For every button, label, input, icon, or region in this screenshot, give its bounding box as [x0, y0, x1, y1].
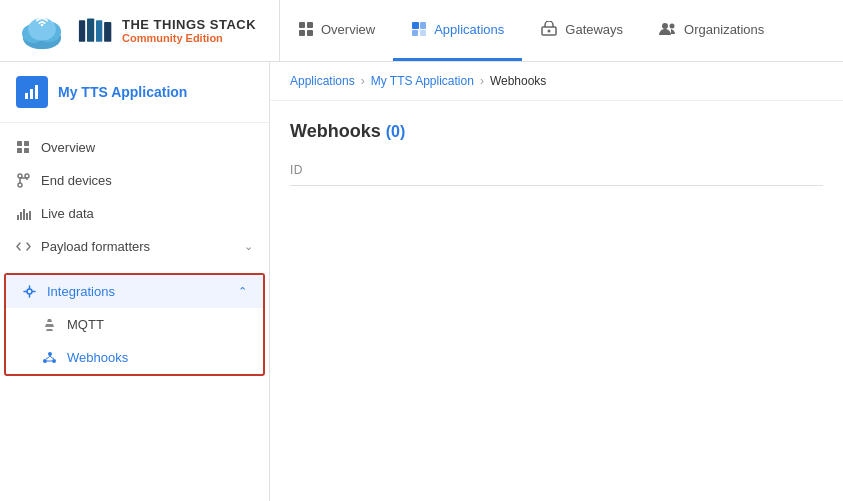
- branch-icon: [16, 173, 31, 188]
- bar-chart-icon: [23, 83, 41, 101]
- books-icon: [78, 17, 114, 45]
- content-body: Webhooks (0) ID: [270, 101, 843, 206]
- org-icon: [659, 22, 677, 36]
- app-icon-box: [16, 76, 48, 108]
- sidebar-item-overview[interactable]: Overview: [0, 131, 269, 164]
- sidebar-item-webhooks[interactable]: Webhooks: [6, 341, 263, 374]
- code-icon: [16, 239, 31, 254]
- svg-rect-8: [87, 18, 94, 41]
- sidebar: My TTS Application Overview End devices …: [0, 62, 270, 501]
- sidebar-item-payload-formatters-label: Payload formatters: [41, 239, 150, 254]
- svg-rect-36: [26, 213, 28, 220]
- nav-gateways-label: Gateways: [565, 22, 623, 37]
- nav-item-overview[interactable]: Overview: [280, 0, 393, 61]
- sidebar-item-live-data-label: Live data: [41, 206, 94, 221]
- nav-applications-label: Applications: [434, 22, 504, 37]
- svg-rect-33: [17, 215, 19, 220]
- content-title-text: Webhooks: [290, 121, 381, 141]
- sidebar-item-webhooks-label: Webhooks: [67, 350, 128, 365]
- live-data-icon: [16, 206, 31, 221]
- svg-rect-14: [307, 30, 313, 36]
- brand-area: THE THINGS STACK Community Edition: [78, 17, 256, 45]
- content-count: (0): [386, 123, 406, 140]
- svg-text:THE THINGS: THE THINGS: [23, 47, 60, 53]
- svg-rect-12: [307, 22, 313, 28]
- sidebar-item-mqtt-label: MQTT: [67, 317, 104, 332]
- top-nav: THE THINGS NETWORK THE THINGS STACK Comm…: [0, 0, 843, 62]
- content-area: Applications › My TTS Application › Webh…: [270, 62, 843, 501]
- svg-rect-11: [299, 22, 305, 28]
- app-title: My TTS Application: [58, 84, 187, 100]
- svg-point-4: [41, 23, 44, 26]
- svg-rect-26: [17, 141, 22, 146]
- breadcrumb-current: Webhooks: [490, 74, 546, 88]
- svg-rect-9: [96, 20, 102, 42]
- brand-name: THE THINGS STACK: [122, 17, 256, 32]
- overview-icon: [16, 140, 31, 155]
- svg-rect-27: [24, 141, 29, 146]
- nav-item-organizations[interactable]: Organizations: [641, 0, 782, 61]
- svg-rect-10: [104, 22, 111, 42]
- nav-item-applications[interactable]: Applications: [393, 0, 522, 61]
- gateway-icon: [540, 21, 558, 37]
- breadcrumb-app-name[interactable]: My TTS Application: [371, 74, 474, 88]
- svg-rect-29: [24, 148, 29, 153]
- breadcrumb-sep-1: ›: [361, 74, 365, 88]
- content-title: Webhooks (0): [290, 121, 823, 142]
- svg-rect-17: [412, 30, 418, 36]
- svg-rect-7: [79, 20, 85, 42]
- svg-rect-37: [29, 211, 31, 220]
- sidebar-item-payload-formatters[interactable]: Payload formatters ⌄: [0, 230, 269, 263]
- integrations-chevron: ⌃: [238, 285, 247, 298]
- svg-point-38: [27, 289, 32, 294]
- integrations-icon: [22, 284, 37, 299]
- brand-text: THE THINGS STACK Community Edition: [122, 17, 256, 44]
- svg-rect-18: [420, 30, 426, 36]
- breadcrumb: Applications › My TTS Application › Webh…: [270, 62, 843, 101]
- mqtt-icon: [42, 317, 57, 332]
- sidebar-item-integrations[interactable]: Integrations ⌃: [6, 275, 263, 308]
- svg-rect-13: [299, 30, 305, 36]
- svg-rect-15: [412, 22, 419, 29]
- breadcrumb-applications[interactable]: Applications: [290, 74, 355, 88]
- main-layout: My TTS Application Overview End devices …: [0, 62, 843, 501]
- grid-icon: [298, 21, 314, 37]
- svg-point-21: [662, 23, 668, 29]
- app-icon: [411, 21, 427, 37]
- sidebar-item-mqtt[interactable]: MQTT: [6, 308, 263, 341]
- main-nav: Overview Applications Gateways Organizat…: [280, 0, 843, 61]
- column-id-label: ID: [290, 163, 303, 177]
- svg-rect-25: [35, 85, 38, 99]
- nav-item-gateways[interactable]: Gateways: [522, 0, 641, 61]
- webhooks-icon: [42, 350, 57, 365]
- svg-rect-24: [30, 89, 33, 99]
- svg-rect-16: [420, 22, 426, 29]
- brand-edition: Community Edition: [122, 32, 256, 44]
- sidebar-item-end-devices[interactable]: End devices: [0, 164, 269, 197]
- breadcrumb-sep-2: ›: [480, 74, 484, 88]
- sidebar-item-end-devices-label: End devices: [41, 173, 112, 188]
- table-header: ID: [290, 162, 823, 186]
- nav-organizations-label: Organizations: [684, 22, 764, 37]
- svg-point-32: [18, 183, 22, 187]
- svg-rect-34: [20, 212, 22, 220]
- svg-point-22: [670, 24, 675, 29]
- svg-rect-28: [17, 148, 22, 153]
- sidebar-item-overview-label: Overview: [41, 140, 95, 155]
- svg-rect-35: [23, 209, 25, 220]
- nav-overview-label: Overview: [321, 22, 375, 37]
- svg-rect-23: [25, 93, 28, 99]
- ttn-logo-icon: THE THINGS NETWORK: [16, 5, 68, 57]
- payload-formatters-chevron: ⌄: [244, 240, 253, 253]
- logo-area: THE THINGS NETWORK THE THINGS STACK Comm…: [0, 0, 280, 61]
- integrations-section: Integrations ⌃ MQTT Webhooks: [4, 273, 265, 376]
- svg-point-20: [548, 30, 551, 33]
- svg-text:NETWORK: NETWORK: [25, 53, 57, 56]
- sidebar-item-live-data[interactable]: Live data: [0, 197, 269, 230]
- integrations-label: Integrations: [47, 284, 115, 299]
- app-header: My TTS Application: [0, 62, 269, 123]
- sidebar-menu: Overview End devices Live data Payload f…: [0, 123, 269, 271]
